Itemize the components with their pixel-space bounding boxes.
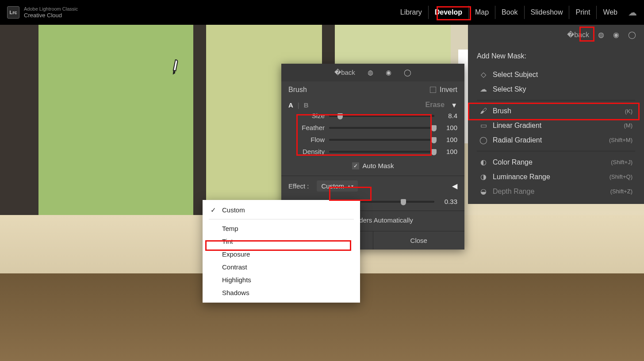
slider-label: Size bbox=[288, 112, 329, 119]
masking-tool-icon[interactable]: ◯ bbox=[628, 31, 636, 39]
slider-row-size: Size8.4 bbox=[281, 110, 464, 122]
mask-item-label: Select Subject bbox=[493, 71, 538, 79]
slider-size[interactable] bbox=[329, 115, 434, 117]
nav-develop[interactable]: Develop bbox=[429, 6, 469, 19]
nav-book[interactable]: Book bbox=[495, 6, 524, 19]
slider-label: Flow bbox=[288, 136, 329, 143]
nav-library[interactable]: Library bbox=[394, 6, 429, 19]
mask-item-linear-gradient[interactable]: ▭Linear Gradient(M) bbox=[477, 118, 635, 133]
amount-slider[interactable] bbox=[361, 201, 434, 203]
effect-menu-item-exposure[interactable]: Exposure bbox=[203, 248, 360, 261]
effect-disclosure-icon[interactable]: ◀ bbox=[452, 182, 457, 190]
mask-item-icon: ▭ bbox=[479, 121, 487, 130]
slider-value: 100 bbox=[434, 148, 457, 155]
automask-row[interactable]: ✓ Auto Mask bbox=[281, 157, 464, 176]
effect-value: Custom bbox=[321, 182, 344, 190]
crop-mini-icon[interactable]: �back bbox=[334, 69, 355, 77]
redeye-mini-icon[interactable]: ◉ bbox=[386, 69, 391, 77]
nav-web[interactable]: Web bbox=[597, 6, 624, 19]
mask-item-label: Linear Gradient bbox=[493, 122, 541, 130]
mask-item-brush[interactable]: 🖌Brush(K) bbox=[477, 104, 635, 118]
automask-checkbox[interactable]: ✓ bbox=[352, 162, 359, 169]
brush-ab-row: A | B Erase ▼ bbox=[281, 98, 464, 110]
nav-map[interactable]: Map bbox=[469, 6, 495, 19]
mask-item-shortcut: (Shift+J) bbox=[611, 159, 632, 165]
mask-item-select-sky[interactable]: ☁Select Sky bbox=[477, 82, 635, 96]
slider-thumb[interactable] bbox=[431, 149, 437, 155]
brush-a-button[interactable]: A bbox=[288, 101, 293, 109]
slider-label: Feather bbox=[288, 124, 329, 131]
effect-menu-item-tint[interactable]: Tint bbox=[203, 235, 360, 248]
amount-slider-thumb[interactable] bbox=[401, 199, 406, 205]
mask-panel: Add New Mask: ◇Select Subject☁Select Sky… bbox=[468, 44, 644, 204]
effect-label: Effect : bbox=[288, 182, 309, 190]
effect-menu-item-contrast[interactable]: Contrast bbox=[203, 261, 360, 273]
slider-label: Density bbox=[288, 148, 329, 155]
slider-density[interactable] bbox=[329, 151, 434, 153]
redeye-tool-icon[interactable]: ◉ bbox=[613, 31, 619, 39]
dropdown-caret-icon: ▲▾ bbox=[347, 184, 353, 188]
mask-item-luminance-range[interactable]: ◑Luminance Range(Shift+Q) bbox=[477, 169, 635, 184]
brush-erase-button[interactable]: Erase bbox=[426, 101, 445, 109]
mask-item-label: Select Sky bbox=[493, 85, 526, 93]
mask-item-shortcut: (Shift+M) bbox=[609, 137, 632, 143]
slider-thumb[interactable] bbox=[337, 113, 343, 119]
heal-mini-icon[interactable]: ◍ bbox=[368, 69, 373, 77]
mask-item-select-subject[interactable]: ◇Select Subject bbox=[477, 67, 635, 82]
amount-value: 0.33 bbox=[434, 198, 457, 205]
slider-value: 100 bbox=[434, 124, 457, 131]
slider-row-flow: Flow100 bbox=[281, 134, 464, 146]
right-toolstrip: �back ◍ ◉ ◯ bbox=[468, 25, 644, 44]
mask-item-depth-range[interactable]: ◒Depth Range(Shift+Z) bbox=[477, 184, 635, 199]
effect-row: Effect : Custom ▲▾ ◀ bbox=[281, 176, 464, 196]
slider-thumb[interactable] bbox=[431, 137, 437, 143]
mask-item-radial-gradient[interactable]: ◯Radial Gradient(Shift+M) bbox=[477, 133, 635, 147]
mask-item-label: Luminance Range bbox=[493, 173, 550, 181]
mask-item-icon: ◯ bbox=[479, 136, 487, 144]
mask-item-icon: ☁ bbox=[479, 85, 487, 93]
mask-item-icon: ◇ bbox=[479, 70, 487, 79]
slider-value: 8.4 bbox=[434, 112, 457, 119]
mask-mini-icon[interactable]: ◯ bbox=[404, 69, 411, 77]
disclosure-triangle-icon[interactable]: ▼ bbox=[451, 101, 457, 109]
module-nav: LibraryDevelopMapBookSlideshowPrintWeb bbox=[394, 6, 624, 19]
invert-label: Invert bbox=[440, 86, 457, 94]
mask-item-icon: ◑ bbox=[479, 173, 487, 181]
invert-checkbox[interactable] bbox=[430, 87, 436, 93]
slider-value: 100 bbox=[434, 136, 457, 143]
app-logo: Lrc bbox=[7, 6, 19, 19]
brand-line1: Adobe Lightroom Classic bbox=[24, 6, 78, 12]
crop-tool-icon[interactable]: �back bbox=[567, 31, 589, 39]
effect-menu-item-highlights[interactable]: Highlights bbox=[203, 273, 360, 286]
mask-item-label: Color Range bbox=[493, 158, 533, 166]
brush-panel-toolrow: �back ◍ ◉ ◯ bbox=[281, 64, 464, 81]
mask-item-shortcut: (Shift+Q) bbox=[610, 173, 632, 180]
automask-label: Auto Mask bbox=[363, 162, 394, 169]
brush-panel-header: Brush Invert bbox=[281, 81, 464, 98]
slider-flow[interactable] bbox=[329, 139, 434, 141]
effect-menu-item-temp[interactable]: Temp bbox=[203, 222, 360, 235]
mask-item-icon: 🖌 bbox=[479, 107, 487, 115]
mask-item-shortcut: (M) bbox=[624, 122, 633, 129]
app-header: Lrc Adobe Lightroom Classic Creative Clo… bbox=[0, 0, 644, 25]
mask-item-shortcut: (K) bbox=[625, 108, 632, 115]
effect-dropdown[interactable]: Custom ▲▾ bbox=[317, 180, 358, 192]
brush-b-button[interactable]: B bbox=[304, 101, 309, 109]
slider-thumb[interactable] bbox=[431, 125, 437, 131]
cloud-sync-icon[interactable]: ☁ bbox=[628, 7, 637, 18]
mask-item-color-range[interactable]: ◐Color Range(Shift+J) bbox=[477, 155, 635, 169]
healing-tool-icon[interactable]: ◍ bbox=[598, 31, 604, 39]
close-button[interactable]: Close bbox=[373, 231, 465, 250]
slider-feather[interactable] bbox=[329, 127, 434, 129]
mask-item-icon: ◐ bbox=[479, 158, 487, 166]
nav-slideshow[interactable]: Slideshow bbox=[525, 6, 570, 19]
brush-title: Brush bbox=[288, 86, 307, 94]
slider-row-density: Density100 bbox=[281, 146, 464, 157]
mask-panel-title: Add New Mask: bbox=[477, 52, 635, 60]
slider-row-feather: Feather100 bbox=[281, 122, 464, 134]
mask-item-label: Radial Gradient bbox=[493, 136, 542, 144]
nav-print[interactable]: Print bbox=[569, 6, 597, 19]
effect-menu-item-custom[interactable]: Custom bbox=[203, 204, 360, 216]
effect-menu-item-shadows[interactable]: Shadows bbox=[203, 286, 360, 299]
brand-text: Adobe Lightroom Classic Creative Cloud bbox=[24, 6, 78, 19]
